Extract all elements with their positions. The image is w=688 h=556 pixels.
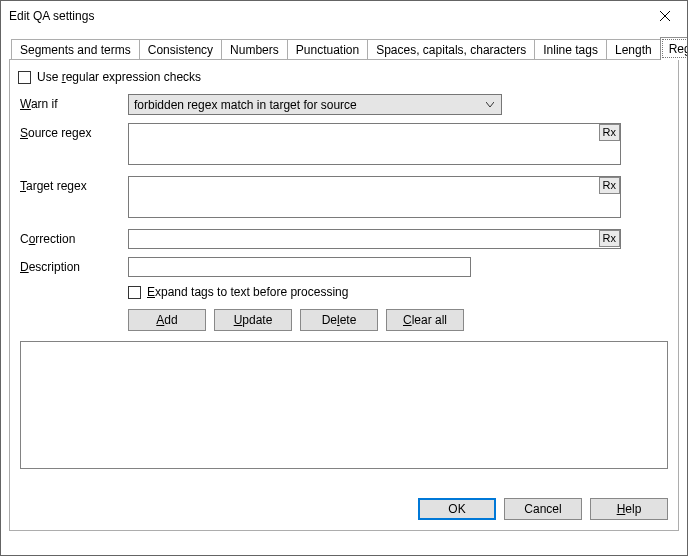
tab-numbers[interactable]: Numbers — [221, 39, 288, 60]
source-regex-field: Rx — [128, 123, 621, 168]
tab-panel-regex: Use regular expression checks Warn if fo… — [9, 59, 679, 531]
warn-if-combo[interactable]: forbidden regex match in target for sour… — [128, 94, 502, 115]
tab-segments-and-terms[interactable]: Segments and terms — [11, 39, 140, 60]
target-regex-label: Target regex — [20, 176, 128, 193]
description-label: Description — [20, 257, 128, 274]
help-button[interactable]: Help — [590, 498, 668, 520]
target-regex-rx-button[interactable]: Rx — [599, 177, 620, 194]
cancel-button[interactable]: Cancel — [504, 498, 582, 520]
tabstrip: Segments and terms Consistency Numbers P… — [11, 37, 677, 60]
close-icon — [660, 11, 670, 21]
delete-button[interactable]: Delete — [300, 309, 378, 331]
correction-rx-button[interactable]: Rx — [599, 230, 620, 247]
tab-punctuation[interactable]: Punctuation — [287, 39, 368, 60]
chevron-down-icon — [486, 102, 494, 108]
target-regex-input[interactable] — [128, 176, 621, 218]
window-title: Edit QA settings — [9, 9, 94, 23]
correction-input[interactable] — [128, 229, 621, 249]
warn-if-value: forbidden regex match in target for sour… — [134, 98, 357, 112]
correction-row: Correction Rx — [20, 229, 668, 249]
description-row: Description — [20, 257, 668, 277]
tab-consistency[interactable]: Consistency — [139, 39, 222, 60]
warn-if-label: Warn if — [20, 94, 128, 111]
regex-list[interactable] — [20, 341, 668, 469]
source-regex-label: Source regex — [20, 123, 128, 140]
dialog-footer: OK Cancel Help — [418, 498, 668, 520]
expand-tags-checkbox[interactable] — [128, 286, 141, 299]
expand-tags-row: Expand tags to text before processing — [128, 285, 668, 299]
regex-button-row: Add Update Delete Clear all — [128, 309, 668, 331]
use-regex-label: Use regular expression checks — [37, 70, 201, 84]
warn-if-row: Warn if forbidden regex match in target … — [20, 94, 668, 115]
target-regex-row: Target regex Rx — [20, 176, 668, 221]
update-button[interactable]: Update — [214, 309, 292, 331]
source-regex-row: Source regex Rx — [20, 123, 668, 168]
close-button[interactable] — [642, 1, 687, 31]
description-input[interactable] — [128, 257, 471, 277]
titlebar: Edit QA settings — [1, 1, 687, 31]
use-regex-row: Use regular expression checks — [18, 70, 668, 84]
correction-label: Correction — [20, 229, 128, 246]
add-button[interactable]: Add — [128, 309, 206, 331]
tab-spaces-capitals-characters[interactable]: Spaces, capitals, characters — [367, 39, 535, 60]
use-regex-checkbox[interactable] — [18, 71, 31, 84]
tab-inline-tags[interactable]: Inline tags — [534, 39, 607, 60]
target-regex-field: Rx — [128, 176, 621, 221]
tab-regex[interactable]: Regex — [660, 37, 688, 60]
clear-all-button[interactable]: Clear all — [386, 309, 464, 331]
source-regex-input[interactable] — [128, 123, 621, 165]
client-area: Segments and terms Consistency Numbers P… — [1, 31, 687, 539]
source-regex-rx-button[interactable]: Rx — [599, 124, 620, 141]
warn-if-dropdown-button[interactable] — [482, 96, 498, 113]
correction-field: Rx — [128, 229, 621, 249]
ok-button[interactable]: OK — [418, 498, 496, 520]
expand-tags-label: Expand tags to text before processing — [147, 285, 348, 299]
tab-length[interactable]: Length — [606, 39, 661, 60]
